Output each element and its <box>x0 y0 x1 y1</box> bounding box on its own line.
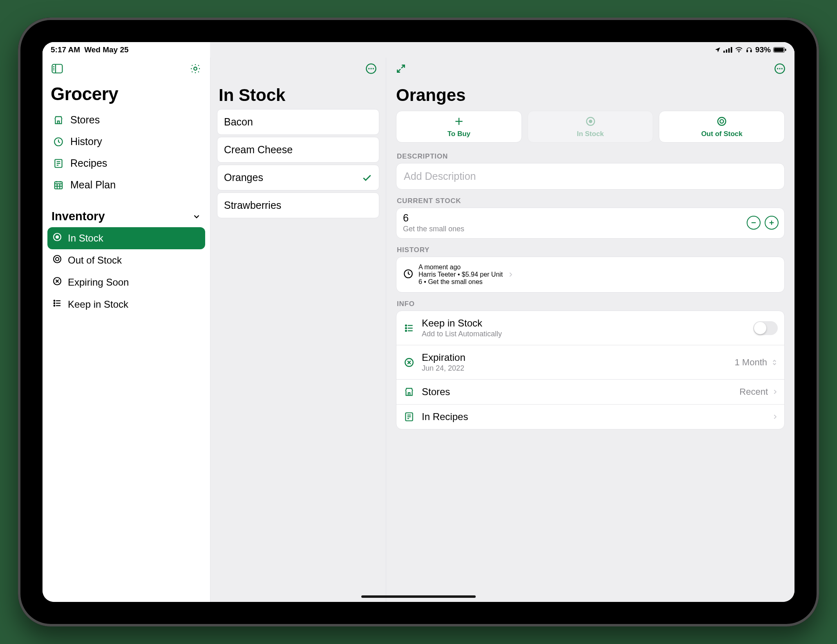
location-icon <box>714 47 721 53</box>
sidebar-item-history[interactable]: History <box>47 131 205 152</box>
current-stock-note: Get the small ones <box>403 225 743 233</box>
increment-button[interactable] <box>765 216 779 230</box>
segment-out-of-stock[interactable]: Out of Stock <box>659 111 785 143</box>
info-in-recipes-row[interactable]: In Recipes <box>396 404 784 429</box>
expiring-icon <box>403 357 415 368</box>
inventory-item-label: Expiring Soon <box>68 277 129 288</box>
wifi-icon <box>735 47 743 53</box>
inventory-item-label: Out of Stock <box>68 255 122 266</box>
status-right: 93% <box>714 45 786 54</box>
svg-point-31 <box>56 257 59 261</box>
store-icon <box>52 115 65 125</box>
svg-point-44 <box>777 68 778 69</box>
sidebar-item-label: Stores <box>70 114 100 126</box>
sidebar-toggle-icon[interactable] <box>50 61 65 76</box>
info-stores-row[interactable]: Stores Recent <box>396 379 784 404</box>
section-label-info: Info <box>397 300 784 308</box>
svg-rect-2 <box>728 48 730 53</box>
chevron-right-icon <box>772 387 778 396</box>
inventory-header-label: Inventory <box>51 210 105 223</box>
section-label-description: Description <box>397 152 784 161</box>
app-title: Grocery <box>43 80 210 107</box>
current-stock-row: 6 Get the small ones <box>396 208 785 239</box>
info-keep-title: Keep in Stock <box>422 318 747 329</box>
calendar-icon <box>52 180 65 190</box>
in-stock-icon <box>585 116 596 128</box>
inventory-header[interactable]: Inventory <box>43 197 210 227</box>
status-bar: 5:17 AM Wed May 25 93% <box>43 42 794 58</box>
info-in-recipes-title: In Recipes <box>422 411 765 423</box>
expiring-icon <box>52 276 62 288</box>
segment-label: To Buy <box>448 130 470 138</box>
svg-point-46 <box>781 68 783 69</box>
svg-point-30 <box>54 255 61 263</box>
info-keep-sub: Add to List Automatically <box>422 330 747 338</box>
out-of-stock-icon <box>716 116 727 128</box>
inventory-item-out-of-stock[interactable]: Out of Stock <box>47 249 205 271</box>
clock-icon <box>52 136 65 147</box>
svg-rect-5 <box>747 50 748 52</box>
settings-icon[interactable] <box>188 61 203 76</box>
store-icon <box>403 387 415 397</box>
history-row[interactable]: A moment ago Harris Teeter • $5.94 per U… <box>396 257 784 292</box>
description-input[interactable] <box>403 170 778 183</box>
sidebar-item-label: Recipes <box>70 157 107 169</box>
sidebar: Grocery Stores History <box>43 58 210 602</box>
checkmark-icon <box>362 172 372 183</box>
decrement-button[interactable] <box>747 216 761 230</box>
inventory-item-label: In Stock <box>68 233 103 244</box>
segment-label: In Stock <box>577 130 604 138</box>
chevron-down-icon <box>192 212 201 221</box>
detail-title: Oranges <box>396 80 785 111</box>
svg-point-34 <box>54 303 55 304</box>
svg-point-59 <box>405 330 407 331</box>
inventory-item-label: Keep in Stock <box>68 299 128 310</box>
svg-rect-6 <box>750 50 752 52</box>
sidebar-item-meal-plan[interactable]: Meal Plan <box>47 174 205 196</box>
stepper-icon <box>771 358 778 367</box>
svg-point-15 <box>194 67 197 70</box>
info-expiration-sub: Jun 24, 2022 <box>422 364 728 373</box>
segment-to-buy[interactable]: To Buy <box>396 111 522 143</box>
in-stock-icon <box>52 232 62 244</box>
expand-icon[interactable] <box>394 61 408 76</box>
svg-point-40 <box>368 68 369 69</box>
svg-point-52 <box>720 120 724 123</box>
stock-item-bacon[interactable]: Bacon <box>217 109 379 135</box>
svg-rect-9 <box>785 49 786 51</box>
recipe-icon <box>403 411 415 422</box>
inventory-item-keep-in-stock[interactable]: Keep in Stock <box>47 293 205 315</box>
stock-item-label: Bacon <box>224 116 253 128</box>
stock-item-label: Strawberries <box>224 199 281 211</box>
more-icon[interactable] <box>772 61 787 76</box>
sidebar-item-label: History <box>70 136 102 148</box>
svg-rect-3 <box>731 47 732 53</box>
history-line1: Harris Teeter • $5.94 per Unit <box>418 271 503 278</box>
svg-point-57 <box>405 325 407 326</box>
svg-point-51 <box>718 117 726 125</box>
info-keep-in-stock-row[interactable]: Keep in Stock Add to List Automatically <box>396 311 784 345</box>
home-indicator[interactable] <box>361 595 476 598</box>
section-label-current-stock: Current Stock <box>397 197 784 205</box>
stock-item-oranges[interactable]: Oranges <box>217 165 379 190</box>
stock-item-cream-cheese[interactable]: Cream Cheese <box>217 137 379 163</box>
more-icon[interactable] <box>364 61 378 76</box>
inventory-item-expiring[interactable]: Expiring Soon <box>47 271 205 293</box>
info-expiration-row[interactable]: Expiration Jun 24, 2022 1 Month <box>396 345 784 379</box>
history-line2: 6 • Get the small ones <box>418 278 503 286</box>
svg-rect-0 <box>723 51 725 53</box>
middle-column: In Stock Bacon Cream Cheese Oranges Stra… <box>210 58 386 602</box>
segment-label: Out of Stock <box>701 130 743 138</box>
svg-point-29 <box>56 235 59 239</box>
svg-point-58 <box>405 327 407 329</box>
inventory-item-in-stock[interactable]: In Stock <box>47 227 205 249</box>
chevron-right-icon <box>508 270 513 279</box>
info-expiration-value: 1 Month <box>735 357 768 368</box>
chevron-right-icon <box>772 412 778 421</box>
sidebar-item-stores[interactable]: Stores <box>47 109 205 131</box>
stock-item-strawberries[interactable]: Strawberries <box>217 192 379 218</box>
sidebar-item-recipes[interactable]: Recipes <box>47 152 205 174</box>
keep-in-stock-icon <box>52 298 62 311</box>
keep-in-stock-toggle[interactable] <box>753 321 778 335</box>
history-time: A moment ago <box>418 264 503 271</box>
